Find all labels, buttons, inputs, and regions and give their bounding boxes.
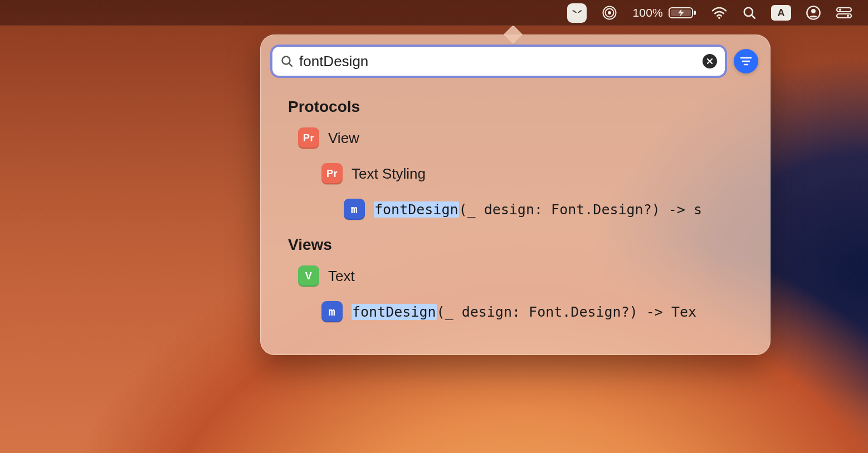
- battery-icon: [669, 6, 696, 19]
- svg-rect-4: [694, 11, 696, 15]
- result-label: Text Styling: [352, 165, 426, 183]
- search-icon: [280, 55, 294, 68]
- svg-point-10: [811, 9, 816, 13]
- result-label: View: [328, 130, 359, 147]
- battery-percent: 100%: [632, 6, 663, 19]
- search-popover: Protocols Pr View Pr Text Styling m font…: [260, 35, 771, 355]
- wifi-icon[interactable]: [711, 0, 728, 26]
- filter-button[interactable]: [734, 49, 758, 73]
- result-row[interactable]: V Text: [288, 262, 758, 290]
- result-signature: fontDesign(_ design: Font.Design?) -> Te…: [352, 304, 696, 320]
- svg-rect-11: [837, 8, 851, 12]
- result-row[interactable]: Pr Text Styling: [288, 159, 758, 188]
- svg-line-16: [289, 63, 292, 66]
- clear-search-button[interactable]: [703, 54, 717, 68]
- results-list: Protocols Pr View Pr Text Styling m font…: [288, 90, 758, 345]
- search-box[interactable]: [272, 47, 725, 76]
- protocol-icon: Pr: [321, 163, 343, 184]
- view-icon: V: [298, 265, 319, 287]
- result-label: Text: [328, 268, 355, 285]
- airdrop-icon[interactable]: [601, 0, 618, 26]
- result-signature: fontDesign(_ design: Font.Design?) -> s: [374, 201, 702, 218]
- svg-point-14: [847, 15, 849, 17]
- result-row[interactable]: m fontDesign(_ design: Font.Design?) -> …: [288, 297, 758, 326]
- result-row[interactable]: m fontDesign(_ design: Font.Design?) -> …: [288, 195, 758, 224]
- svg-point-6: [718, 17, 720, 19]
- spotlight-icon[interactable]: [742, 0, 757, 26]
- input-source-icon[interactable]: A: [771, 0, 791, 26]
- battery-status[interactable]: 100%: [632, 0, 696, 26]
- result-row[interactable]: Pr View: [288, 124, 758, 152]
- svg-line-8: [752, 15, 754, 18]
- menubar: 100% A: [0, 0, 868, 26]
- method-icon: m: [344, 199, 365, 220]
- user-icon[interactable]: [806, 0, 821, 26]
- section-title: Views: [288, 236, 758, 254]
- search-row: [272, 47, 758, 76]
- svg-rect-13: [837, 14, 851, 18]
- section-title: Protocols: [288, 98, 758, 116]
- svg-point-0: [608, 11, 611, 14]
- svg-point-12: [839, 9, 841, 11]
- app-menu-icon[interactable]: [567, 0, 587, 26]
- control-center-icon[interactable]: [836, 0, 852, 26]
- search-input[interactable]: [299, 53, 697, 70]
- method-icon: m: [321, 301, 343, 322]
- protocol-icon: Pr: [298, 127, 319, 149]
